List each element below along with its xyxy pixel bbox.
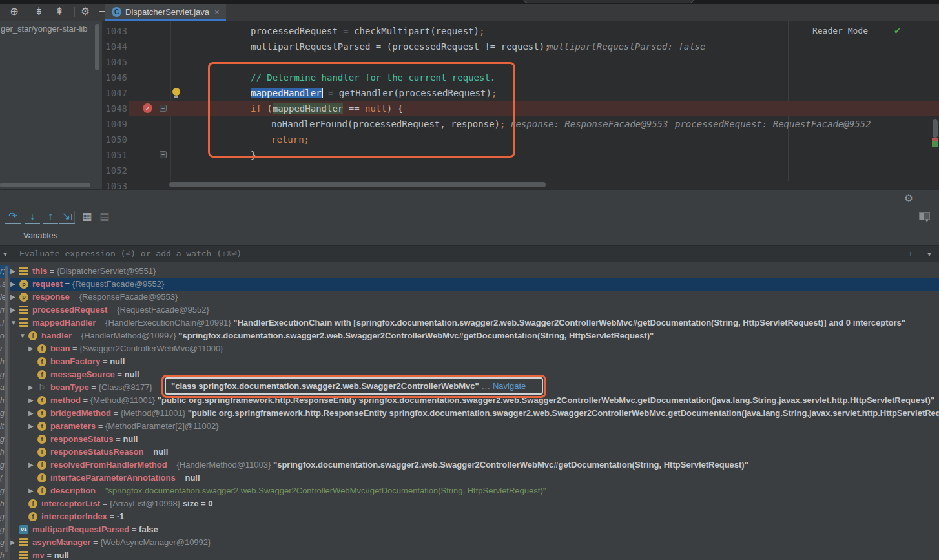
line-number: 1049	[103, 116, 127, 132]
variable-row-beanFactory[interactable]: fbeanFactory = null	[10, 355, 939, 368]
breakpoint-icon[interactable]: ✓	[143, 103, 152, 113]
expand-chevron-icon[interactable]: ▶	[28, 342, 34, 355]
collapse-chevron-icon[interactable]: ▼	[19, 329, 26, 342]
error-stripe-ok-mark[interactable]	[932, 141, 938, 147]
collapse-chevron-icon[interactable]: ▼	[10, 316, 17, 329]
line-number: 1053	[103, 178, 127, 189]
code-line-1052[interactable]: 1052	[103, 163, 939, 178]
reader-mode-separator	[882, 25, 882, 36]
expand-chevron-icon[interactable]: ▶	[28, 407, 34, 420]
line-number: 1051	[103, 147, 127, 163]
code-line-1045[interactable]: 1045	[103, 54, 939, 70]
variable-row-mv[interactable]: mv = null	[10, 549, 939, 560]
expand-chevron-icon[interactable]: ▶	[28, 459, 34, 472]
code-line-1047[interactable]: 1047mappedHandler = getHandler(processed…	[103, 85, 939, 101]
variable-row-resolvedFromHandlerMethod[interactable]: ▶fresolvedFromHandlerMethod = {HandlerMe…	[10, 459, 939, 472]
code-line-1051[interactable]: 1051−}	[103, 147, 939, 163]
project-path-label[interactable]: ger_star/yonger-star-lib	[1, 24, 87, 34]
variable-row-processedRequest[interactable]: ▶processedRequest = {RequestFacade@9552}	[10, 304, 939, 316]
code-line-1050[interactable]: 1050return;	[103, 132, 939, 147]
expand-chevron-icon[interactable]: ▶	[10, 536, 15, 549]
fold-marker-icon[interactable]: −	[160, 151, 167, 158]
value-tooltip[interactable]: "class springfox.documentation.swagger2.…	[165, 377, 543, 395]
variable-row-bridgedMethod[interactable]: ▶fbridgedMethod = {Method@11001} "public…	[10, 407, 939, 420]
view-as-table-icon[interactable]: ▦	[79, 210, 95, 224]
editor-vertical-scrollbar[interactable]	[933, 119, 938, 138]
variables-tree[interactable]: r;.sleri.lorrhgahgltg.hg(g.hggg.h ▶this …	[0, 265, 939, 560]
project-horizontal-scrollbar[interactable]	[0, 183, 90, 187]
expand-all-icon[interactable]: ⇟	[32, 5, 46, 17]
variable-row-responseStatusReason[interactable]: fresponseStatusReason = null	[10, 446, 939, 459]
project-vertical-scrollbar[interactable]	[95, 24, 99, 70]
tree-vertical-scrollbar[interactable]	[5, 266, 8, 552]
variable-row-mappedHandler[interactable]: ▼mappedHandler = {HandlerExecutionChain@…	[10, 316, 939, 329]
expand-chevron-icon[interactable]: ▶	[10, 291, 15, 304]
expand-chevron-icon[interactable]: ▶	[28, 484, 34, 497]
code-line-1048[interactable]: 1048✓−if (mappedHandler == null) {	[103, 101, 939, 116]
expand-chevron-icon[interactable]: ▶	[28, 381, 34, 394]
variables-tab-label[interactable]: Variables	[23, 231, 57, 240]
variable-row-description[interactable]: ▶fdescription = "springfox.documentation…	[10, 484, 939, 497]
add-watch-icon[interactable]: +	[908, 249, 913, 259]
variable-row-handler[interactable]: ▼fhandler = {HandlerMethod@10997} "sprin…	[10, 329, 939, 342]
code-token: processedRequest = checkMultipart(reques…	[251, 26, 479, 36]
debug-step-toolbar: ↷↓↑↘I▦▤	[0, 208, 939, 227]
variable-row-parameters[interactable]: ▶fparameters = {MethodParameter[2]@11002…	[10, 420, 939, 433]
run-to-cursor-icon[interactable]: ↘I	[59, 210, 75, 224]
inspections-ok-icon[interactable]: ✔	[894, 25, 900, 36]
settings-gear-icon[interactable]: ⚙	[78, 5, 92, 17]
show-variables-settings-icon[interactable]: ▤	[97, 210, 112, 224]
collapse-arrow-icon[interactable]: ▼	[2, 251, 8, 258]
variable-row-this[interactable]: ▶this = {DispatcherServlet@9551}	[10, 265, 939, 278]
variable-row-interceptorIndex[interactable]: finterceptorIndex = -1	[10, 510, 939, 523]
variable-row-method[interactable]: ▶fmethod = {Method@11001} "public org.sp…	[10, 394, 939, 407]
step-into-icon[interactable]: ↓	[25, 210, 40, 224]
equals-sign: =	[70, 344, 79, 353]
collapse-all-icon[interactable]: ⇞	[52, 5, 67, 17]
variable-value: "HandlerExecutionChain with [springfox.d…	[233, 318, 905, 327]
debug-hide-icon[interactable]: —	[922, 191, 931, 202]
expand-chevron-icon[interactable]: ▶	[10, 265, 15, 278]
watch-dropdown-icon[interactable]: ▼	[926, 251, 933, 258]
expand-chevron-icon[interactable]: ▶	[10, 278, 15, 291]
intention-bulb-icon[interactable]	[172, 88, 180, 96]
code-line-1046[interactable]: 1046// Determine handler for the current…	[103, 70, 939, 85]
line-number: 1050	[103, 132, 127, 147]
variable-text: messageSource = null	[50, 368, 139, 381]
reader-mode-label[interactable]: Reader Mode	[812, 26, 868, 36]
evaluate-expression-bar[interactable]: ▼ Evaluate expression (⏎) or add a watch…	[0, 245, 939, 262]
variable-row-response[interactable]: ▶presponse = {ResponseFacade@9553}	[10, 291, 939, 304]
tab-close-icon[interactable]: ×	[214, 7, 220, 17]
expand-chevron-icon[interactable]: ▶	[28, 420, 34, 433]
variable-text: interceptorIndex = -1	[41, 510, 124, 523]
variable-value: {MethodParameter[2]@11002}	[105, 421, 219, 431]
locate-icon[interactable]: ⊕	[7, 5, 21, 17]
variable-row-request[interactable]: ▶prequest = {RequestFacade@9552}	[10, 278, 939, 291]
variable-row-interceptorList[interactable]: finterceptorList = {ArrayList@10998} siz…	[10, 497, 939, 510]
variable-row-bean[interactable]: ▶fbean = {Swagger2ControllerWebMvc@11000…	[10, 342, 939, 355]
variable-row-asyncManager[interactable]: ▶asyncManager = {WebAsyncManager@10992}	[10, 536, 939, 549]
code-editor[interactable]: 1043processedRequest = checkMultipart(re…	[103, 21, 939, 189]
editor-horizontal-scrollbar[interactable]	[169, 182, 546, 187]
equals-sign: =	[100, 357, 110, 366]
expand-chevron-icon[interactable]: ▶	[10, 304, 15, 316]
field-icon: f	[28, 331, 37, 340]
step-out-icon[interactable]: ↑	[43, 210, 58, 224]
variable-text: mappedHandler = {HandlerExecutionChain@1…	[32, 316, 905, 329]
variable-row-responseStatus[interactable]: fresponseStatus = null	[10, 433, 939, 446]
fold-marker-icon[interactable]: −	[160, 105, 167, 112]
ide-window: ⋮ ⊕⇟⇞⚙— C DispatcherServlet.java × ger_s…	[0, 0, 939, 560]
debug-settings-gear-icon[interactable]: ⚙	[905, 192, 913, 204]
editor-tab[interactable]: C DispatcherServlet.java ×	[105, 4, 226, 21]
code-line-1044[interactable]: 1044multipartRequestParsed = (processedR…	[103, 39, 939, 54]
run-configuration-widget[interactable]	[523, 0, 694, 3]
variable-row-multipartRequestParsed[interactable]: 01multipartRequestParsed = false	[10, 523, 939, 536]
expand-chevron-icon[interactable]: ▶	[28, 394, 34, 407]
code-token: null	[365, 103, 387, 114]
navigate-link[interactable]: Navigate	[493, 381, 526, 391]
variable-row-interfaceParameterAnnotations[interactable]: finterfaceParameterAnnotations = null	[10, 472, 939, 484]
evaluate-expression-input[interactable]: Evaluate expression (⏎) or add a watch (…	[19, 249, 242, 258]
code-line-1049[interactable]: 1049noHandlerFound(processedRequest, res…	[103, 116, 939, 132]
step-over-icon[interactable]: ↷	[5, 210, 21, 224]
restore-layout-icon[interactable]	[919, 212, 930, 220]
